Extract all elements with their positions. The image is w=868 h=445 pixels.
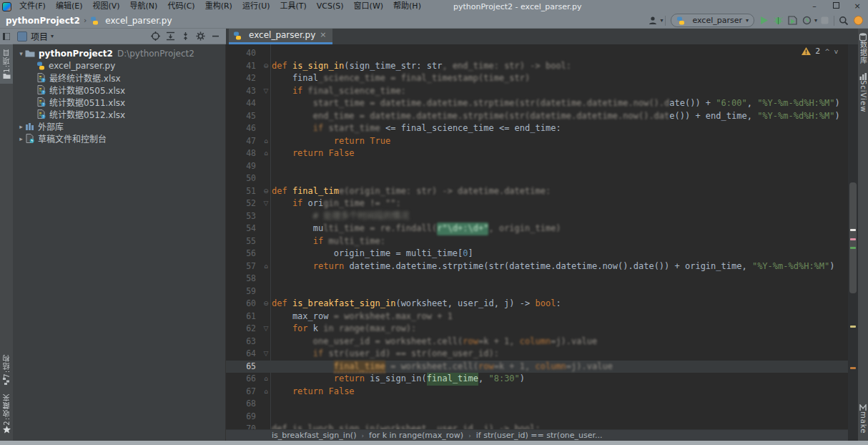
menu-n[interactable]: 导航(N) [125, 0, 163, 13]
code-token: datetime.datetime.strptime(str(datetime.… [349, 260, 752, 273]
search-everywhere-icon[interactable] [837, 14, 851, 27]
code-token: one_user_id = worksheet.cell( [272, 336, 463, 348]
run-button[interactable] [757, 14, 771, 27]
next-issue-icon[interactable]: v [834, 48, 838, 55]
tool-window-button-[interactable]: 数据库 [858, 29, 868, 69]
menu-t[interactable]: 工具(T) [275, 0, 312, 13]
maximize-button[interactable] [825, 0, 847, 13]
tree-item-pythonProject2[interactable]: ▾pythonProject2D:\pythonProject2 [13, 47, 225, 59]
code-token: , [747, 97, 757, 110]
code-token: origin_time = multi_time[ [272, 248, 463, 260]
fold-marker-icon[interactable]: ⊖ [260, 185, 272, 198]
fold-gutter [260, 122, 272, 135]
fold-marker-icon[interactable]: ⌂ [260, 135, 272, 148]
tool-window-label: make [859, 411, 867, 434]
tool-window-button-SciView[interactable]: SciView [858, 69, 868, 117]
tree-toggle-icon[interactable]: ▸ [17, 135, 25, 142]
fold-marker-icon[interactable]: ⌂ [260, 386, 272, 398]
stop-button[interactable] [817, 14, 832, 27]
fold-gutter [260, 72, 272, 85]
menu-h[interactable]: 帮助(H) [388, 0, 426, 13]
fold-marker-icon[interactable]: ⊖ [260, 298, 272, 310]
settings-gear-icon[interactable] [196, 31, 205, 41]
fold-marker-icon[interactable]: ▽ [260, 197, 272, 210]
tree-item-0512.xlsx[interactable]: ?统计数据0512.xlsx [13, 108, 225, 120]
tree-item-0511.xlsx[interactable]: ?统计数据0511.xlsx [13, 96, 225, 108]
editor-scrollbar-stripe[interactable] [848, 44, 858, 441]
tree-toggle-icon[interactable]: ▾ [17, 50, 25, 57]
select-opened-file-icon[interactable] [151, 31, 160, 41]
line-number: 52 [226, 197, 260, 210]
favorites-tool-icon [3, 426, 11, 434]
code-token: ) [835, 110, 840, 123]
code-token: return False [272, 386, 355, 398]
code-line-59: 59 [226, 285, 848, 298]
run-config-selector[interactable]: excel_parser ▾ [671, 14, 754, 27]
tab-excel-parser[interactable]: excel_parser.py × [229, 29, 332, 44]
run-with-coverage-button[interactable] [786, 14, 800, 27]
tool-window-button-1[interactable]: 1:项目 [0, 44, 13, 84]
tree-item-label: 统计数据0512.xlsx [49, 108, 125, 120]
code-line-53: 53 # 处理多个时间段的情况 [226, 210, 848, 223]
tree-item-.xlsx[interactable]: ?最终统计数据.xlsx [13, 72, 225, 84]
code-token: "%Y-%m-%d%H:%M" [752, 260, 829, 273]
tab-close-icon[interactable]: × [320, 30, 326, 39]
prev-issue-icon[interactable]: ^ [824, 48, 830, 55]
ide-notification-icon[interactable] [851, 14, 865, 27]
debug-button[interactable] [771, 14, 786, 27]
nav-breadcrumb-file[interactable]: excel_parser.py [105, 16, 172, 26]
editor-breadcrumb-item[interactable]: if str(user_id) == str(one_user... [476, 431, 603, 440]
menu-c[interactable]: 代码(C) [162, 0, 199, 13]
hide-panel-icon[interactable] [211, 31, 220, 41]
tool-window-button-2[interactable]: 2:收藏夹 [0, 389, 13, 438]
tree-toggle-icon[interactable]: ▸ [17, 123, 25, 130]
menu-u[interactable]: 运行(U) [237, 0, 275, 13]
collapse-all-icon[interactable] [181, 31, 190, 41]
fold-marker-icon[interactable]: ▽ [260, 323, 272, 336]
menu-f[interactable]: 文件(F) [14, 0, 51, 13]
tab-label: excel_parser.py [249, 30, 315, 40]
profiler-button[interactable] [800, 14, 814, 27]
line-number: 51 [226, 185, 260, 198]
code-token: str(user_id) == str(one_user_id): [328, 348, 498, 361]
fold-marker-icon[interactable]: ⊖ [260, 60, 272, 73]
fold-marker-icon[interactable]: ▽ [260, 85, 272, 98]
editor-breadcrumb-item[interactable]: is_breakfast_sign_in() [272, 431, 356, 440]
nav-breadcrumb-project[interactable]: pythonProject2 [6, 16, 80, 26]
code-token: , end_time: str) -> bool: [442, 60, 571, 73]
make-tool-icon [859, 404, 867, 411]
toolbar-divider [665, 16, 666, 26]
user-menu-icon[interactable] [646, 14, 660, 27]
fold-marker-icon[interactable]: ▽ [260, 348, 272, 361]
line-number: 57 [226, 260, 260, 273]
tree-item-node[interactable]: ▸草稿文件和控制台 [13, 132, 225, 145]
fold-marker-icon[interactable]: ⌂ [260, 260, 272, 273]
menu-r[interactable]: 重构(R) [200, 0, 237, 13]
breadcrumb-separator: › [84, 16, 87, 25]
close-button[interactable]: × [847, 0, 868, 13]
code-token: k [313, 323, 318, 336]
expand-all-icon[interactable] [166, 31, 175, 41]
menu-e[interactable]: 编辑(E) [51, 0, 88, 13]
menu-v[interactable]: 视图(V) [87, 0, 124, 13]
code-token: ) [520, 373, 525, 386]
code-editor[interactable]: 4041⊖def is_sign_in(sign_time_str: str, … [226, 44, 848, 429]
menu-vcss[interactable]: VCS(S) [312, 0, 349, 13]
tree-item-0505.xlsx[interactable]: ?统计数据0505.xlsx [13, 84, 225, 96]
tool-window-button-make[interactable]: make [858, 400, 868, 438]
project-tree-panel: ▾pythonProject2D:\pythonProject2excel_pa… [13, 44, 226, 441]
fold-marker-icon[interactable]: ⌂ [260, 147, 272, 160]
line-number: 67 [226, 386, 260, 398]
tree-item-label: 统计数据0505.xlsx [49, 84, 125, 96]
tool-window-button-7[interactable]: 7:结构 [0, 350, 13, 390]
project-panel-header[interactable]: 项目 ▾ [13, 29, 226, 44]
editor-breadcrumb-item[interactable]: for k in range(max_row) [369, 431, 463, 440]
fold-marker-icon[interactable]: ⌂ [260, 373, 272, 386]
code-line-62: 62▽ for k in range(max_row): [226, 323, 848, 336]
inspection-widget[interactable]: 2 ^ v [802, 47, 838, 56]
menu-w[interactable]: 窗口(W) [349, 0, 388, 13]
tree-item-node[interactable]: ▸外部库 [13, 120, 225, 132]
code-line-60: 60⊖def is_breakfast_sign_in(worksheet, u… [226, 298, 848, 310]
tree-item-excel_parser.py[interactable]: excel_parser.py [13, 59, 225, 72]
minimize-button[interactable]: – [804, 0, 825, 13]
